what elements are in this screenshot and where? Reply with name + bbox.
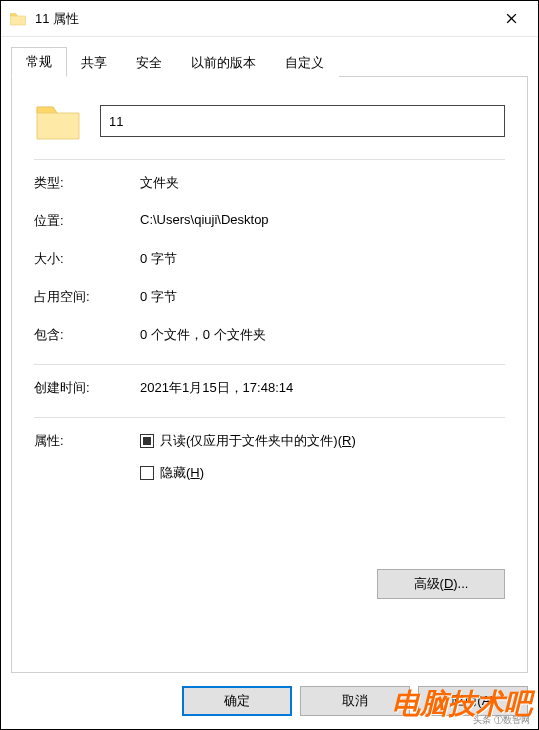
value-type: 文件夹	[140, 174, 505, 192]
tab-customize[interactable]: 自定义	[270, 48, 339, 77]
folder-icon-large	[34, 99, 82, 143]
tab-panel-general: 类型: 文件夹 位置: C:\Users\qiuji\Desktop 大小: 0…	[11, 76, 528, 673]
hidden-checkbox-icon	[140, 466, 154, 480]
tab-strip: 常规 共享 安全 以前的版本 自定义	[11, 49, 528, 77]
label-contains: 包含:	[34, 326, 140, 344]
content-area: 常规 共享 安全 以前的版本 自定义 类型: 文件夹 位置: C:\Users\…	[1, 37, 538, 673]
label-size: 大小:	[34, 250, 140, 268]
hidden-label: 隐藏(H)	[160, 464, 204, 482]
readonly-checkbox-row[interactable]: 只读(仅应用于文件夹中的文件)(R)	[140, 432, 505, 450]
dialog-footer: 确定 取消 应用(A) 电脑技术吧 头条 ①数智网	[1, 673, 538, 729]
tab-security[interactable]: 安全	[121, 48, 177, 77]
label-size-on-disk: 占用空间:	[34, 288, 140, 306]
value-size-on-disk: 0 字节	[140, 288, 505, 306]
ok-button[interactable]: 确定	[182, 686, 292, 716]
apply-button[interactable]: 应用(A)	[418, 686, 528, 716]
separator	[34, 364, 505, 365]
value-size: 0 字节	[140, 250, 505, 268]
window-title: 11 属性	[35, 10, 488, 28]
label-type: 类型:	[34, 174, 140, 192]
cancel-button[interactable]: 取消	[300, 686, 410, 716]
value-location: C:\Users\qiuji\Desktop	[140, 212, 505, 227]
value-contains: 0 个文件，0 个文件夹	[140, 326, 505, 344]
tab-sharing[interactable]: 共享	[66, 48, 122, 77]
folder-icon	[9, 10, 27, 28]
folder-name-input[interactable]	[100, 105, 505, 137]
value-created: 2021年1月15日，17:48:14	[140, 379, 505, 397]
advanced-button[interactable]: 高级(D)...	[377, 569, 505, 599]
tab-general[interactable]: 常规	[11, 47, 67, 77]
close-button[interactable]	[488, 3, 534, 35]
separator	[34, 417, 505, 418]
label-created: 创建时间:	[34, 379, 140, 397]
label-location: 位置:	[34, 212, 140, 230]
tab-previous-versions[interactable]: 以前的版本	[176, 48, 271, 77]
titlebar: 11 属性	[1, 1, 538, 37]
label-attributes: 属性:	[34, 432, 140, 450]
readonly-label: 只读(仅应用于文件夹中的文件)(R)	[160, 432, 356, 450]
separator	[34, 159, 505, 160]
hidden-checkbox-row[interactable]: 隐藏(H)	[140, 464, 505, 482]
readonly-checkbox-icon	[140, 434, 154, 448]
